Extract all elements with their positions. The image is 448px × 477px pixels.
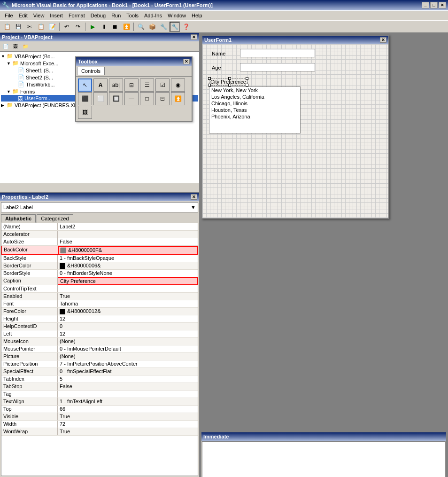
maximize-btn[interactable]: □ xyxy=(430,2,438,8)
toolbox-controls-tab[interactable]: Controls xyxy=(77,67,105,75)
toolbar-run-btn[interactable]: ▶ xyxy=(87,22,98,32)
toolbar-undo-btn[interactable]: ↶ xyxy=(62,22,72,32)
toolbar-reset-btn[interactable]: ⏫ xyxy=(121,22,131,32)
properties-close-btn[interactable]: ✕ xyxy=(191,194,197,200)
main-layout: Project - VBAProject ✕ 📄 🖼 📁 ▼ 📁 VBAProj… xyxy=(0,33,448,477)
project-close-btn[interactable]: ✕ xyxy=(191,34,197,40)
project-title: Project - VBAProject xyxy=(2,34,53,40)
backcolor-swatch xyxy=(61,248,66,253)
project-view-form[interactable]: 🖼 xyxy=(11,42,20,51)
toolbox-textbox[interactable]: ab| xyxy=(109,78,123,92)
toolbar-design-btn[interactable]: 🔧 xyxy=(170,22,180,32)
menu-run[interactable]: Run xyxy=(108,12,124,19)
prop-row-pictureposition: PicturePosition 7 - fmPicturePositionAbo… xyxy=(1,360,198,368)
menu-view[interactable]: View xyxy=(31,12,47,19)
menu-window[interactable]: Window xyxy=(165,12,189,19)
menu-addins[interactable]: Add-Ins xyxy=(141,12,165,19)
toolbar-sep3 xyxy=(133,23,134,31)
toolbox-spinbutton[interactable]: ⏫ xyxy=(171,92,185,105)
right-panel: UserForm1 ✕ Name Age City Preference xyxy=(200,33,448,477)
toolbox-image[interactable]: 🖼 xyxy=(78,106,92,119)
toolbar-btn5[interactable]: 📝 xyxy=(47,22,57,32)
project-toggle-folder[interactable]: 📁 xyxy=(21,42,30,51)
toolbox-frame[interactable]: ⬜ xyxy=(93,92,108,105)
age-label: Age xyxy=(212,65,221,70)
toolbox-scrollbar[interactable]: ⊟ xyxy=(155,92,170,105)
menu-help[interactable]: Help xyxy=(189,12,205,19)
toolbar-pause-btn[interactable]: ⏸ xyxy=(99,22,109,32)
age-textbox[interactable] xyxy=(240,63,315,71)
prop-row-picture: Picture (None) xyxy=(1,353,198,360)
toolbox-multipage[interactable]: □ xyxy=(140,92,154,105)
properties-selected-object: Label2 Label xyxy=(3,204,33,210)
name-label: Name xyxy=(212,51,225,56)
toolbar-help-btn[interactable]: ❓ xyxy=(181,22,191,32)
city-label-selected[interactable]: City Preference xyxy=(209,78,247,86)
window-controls: _ □ ✕ xyxy=(422,2,446,8)
prop-row-width: Width 72 xyxy=(1,421,198,428)
menu-insert[interactable]: Insert xyxy=(47,12,66,19)
menu-tools[interactable]: Tools xyxy=(124,12,141,19)
project-view-code[interactable]: 📄 xyxy=(1,42,10,51)
prop-row-specialeffect: SpecialEffect 0 - fmSpecialEffectFlat xyxy=(1,368,198,375)
close-btn[interactable]: ✕ xyxy=(439,2,446,8)
toolbox-commandbutton[interactable]: 🔲 xyxy=(109,92,123,105)
tab-alphabetic[interactable]: Alphabetic xyxy=(1,214,36,223)
toolbar-stop-btn[interactable]: ⏹ xyxy=(110,22,120,32)
toolbar-ref-btn[interactable]: 🔧 xyxy=(158,22,169,32)
toolbox-close-btn[interactable]: ✕ xyxy=(183,59,190,64)
toolbar-redo-btn[interactable]: ↷ xyxy=(73,22,83,32)
toolbar-sep2 xyxy=(85,23,85,31)
toolbar-obj-btn[interactable]: 📦 xyxy=(147,22,157,32)
menu-file[interactable]: File xyxy=(2,12,16,19)
list-item-phoenix[interactable]: Phoenix, Arizona xyxy=(209,113,300,120)
city-listbox[interactable]: New York, New York Los Angeles, Californ… xyxy=(209,86,301,133)
toolbox-popup: Toolbox ✕ Controls ↖ A ab| ⊟ ☰ ☑ ◉ ⬛ ⬜ 🔲 xyxy=(75,56,193,122)
forecolor-swatch xyxy=(60,309,65,314)
prop-row-borderstyle: BorderStyle 0 - fmBorderStyleNone xyxy=(1,270,198,277)
minimize-btn[interactable]: _ xyxy=(422,2,429,8)
form-body[interactable]: Name Age City Preference xyxy=(202,44,388,218)
toolbar-save-btn[interactable]: 💾 xyxy=(13,22,23,32)
list-item-losangeles[interactable]: Los Angeles, California xyxy=(209,94,300,100)
left-panel: Project - VBAProject ✕ 📄 🖼 📁 ▼ 📁 VBAProj… xyxy=(0,33,200,477)
prop-row-visible: Visible True xyxy=(1,413,198,421)
toolbox-checkbox[interactable]: ☑ xyxy=(155,78,170,92)
prop-row-backstyle: BackStyle 1 - fmBackStyleOpaque xyxy=(1,255,198,262)
prop-row-tabindex: TabIndex 5 xyxy=(1,375,198,383)
menu-format[interactable]: Format xyxy=(66,12,88,19)
toolbar-find-btn[interactable]: 🔍 xyxy=(136,22,146,32)
toolbox-title-text: Toolbox xyxy=(78,59,98,64)
toolbox-listbox[interactable]: ☰ xyxy=(140,78,154,92)
menu-debug[interactable]: Debug xyxy=(88,12,108,19)
toolbox-pointer[interactable]: ↖ xyxy=(78,78,92,92)
toolbox-label[interactable]: A xyxy=(93,78,108,92)
app-icon: 🔧 xyxy=(2,1,10,9)
list-item-newyork[interactable]: New York, New York xyxy=(209,87,300,94)
toolbar-sep1 xyxy=(59,23,60,31)
menu-edit[interactable]: Edit xyxy=(16,12,31,19)
toolbox-combobox[interactable]: ⊟ xyxy=(124,78,139,92)
toolbox-tabs: Controls xyxy=(76,66,192,77)
toolbar-btn4[interactable]: 📋 xyxy=(36,22,46,32)
toolbox-tabstrip[interactable]: — xyxy=(124,92,139,105)
toolbox-optionbutton[interactable]: ◉ xyxy=(171,78,185,92)
immediate-title-text: Immediate xyxy=(203,434,229,439)
name-textbox[interactable] xyxy=(240,49,315,57)
toolbox-grid: ↖ A ab| ⊟ ☰ ☑ ◉ ⬛ ⬜ 🔲 — □ ⊟ ⏫ 🖼 xyxy=(76,77,192,121)
list-item-chicago[interactable]: Chicago, Illinois xyxy=(209,100,300,107)
toolbar-btn3[interactable]: ✂ xyxy=(24,22,35,32)
main-toolbar: 📋 💾 ✂ 📋 📝 ↶ ↷ ▶ ⏸ ⏹ ⏫ 🔍 📦 🔧 🔧 ❓ xyxy=(0,21,448,33)
immediate-body[interactable] xyxy=(202,441,446,477)
list-item-houston[interactable]: Houston, Texas xyxy=(209,107,300,113)
form-close-btn[interactable]: ✕ xyxy=(380,37,386,43)
toolbar-view-btn[interactable]: 📋 xyxy=(2,22,12,32)
form-window: UserForm1 ✕ Name Age City Preference xyxy=(201,35,389,219)
properties-dropdown[interactable]: Label2 Label ▼ xyxy=(1,202,198,212)
properties-title-bar: Properties - Label2 ✕ xyxy=(0,193,199,201)
project-toolbar: 📄 🖼 📁 xyxy=(0,41,199,52)
prop-row-top: Top 66 xyxy=(1,406,198,413)
toolbox-togglebutton[interactable]: ⬛ xyxy=(78,92,92,105)
tab-categorized[interactable]: Categorized xyxy=(37,214,73,223)
prop-row-helpcontextid: HelpContextID 0 xyxy=(1,323,198,330)
